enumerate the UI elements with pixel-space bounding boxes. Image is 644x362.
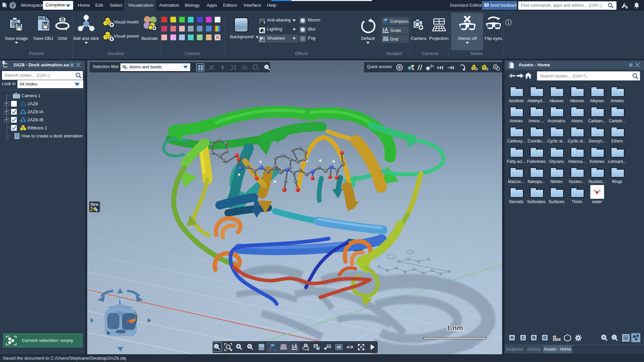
svg-text:+: + xyxy=(603,335,605,339)
svg-text:1 nm: 1 nm xyxy=(446,324,463,331)
svg-text:OBJ: OBJ xyxy=(38,16,46,20)
svg-text:H: H xyxy=(553,336,555,338)
svg-text:2+: 2+ xyxy=(430,64,434,68)
svg-text:1Å: 1Å xyxy=(382,27,388,33)
svg-text:1Å: 1Å xyxy=(291,344,298,349)
svg-text:-: - xyxy=(613,335,615,339)
